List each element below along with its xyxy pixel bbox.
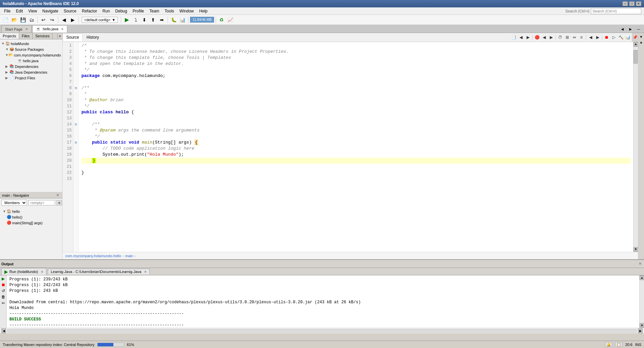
right-collapse-btn[interactable]: ▼ [639, 34, 644, 39]
output-scroll-right[interactable]: ▶ [638, 328, 643, 333]
prev-btn[interactable]: ◀ [587, 34, 594, 41]
output-scroll-up[interactable]: ▲ [640, 275, 644, 280]
output-clear-btn[interactable]: 🗑 [1, 294, 6, 300]
nav-tree-hello[interactable]: ▼ 🏠 hello [1, 208, 61, 214]
run-tab[interactable]: ▶ Run (holaMundo) ✕ [1, 268, 46, 275]
run-to-cursor-button[interactable]: ➡ [158, 16, 166, 24]
split-btn[interactable]: ⊞ [564, 34, 571, 41]
panel-tab-services[interactable]: Services [33, 33, 52, 39]
undo-button[interactable]: ↩ [39, 16, 47, 24]
output-run-btn[interactable]: ▶ [1, 276, 6, 281]
tree-item-hello-java[interactable]: ☕ hello.java [0, 58, 62, 64]
tab-start-page-close[interactable]: ✕ [25, 27, 28, 31]
fold-17[interactable]: ⊟ [73, 140, 78, 146]
tree-item-java-dependencies[interactable]: ▶ 📚 Java Dependencies [0, 69, 62, 75]
panel-tab-files[interactable]: Files [19, 33, 33, 39]
tasks-btn[interactable]: 📋 [615, 342, 622, 347]
tree-item-dependencies[interactable]: ▶ 📚 Dependencies [0, 64, 62, 69]
editor-pin-button[interactable]: 📌 [632, 33, 638, 42]
tree-item-package[interactable]: ▼ 📂 com.mycompany.holamundo [0, 52, 62, 58]
run-project-button[interactable]: ▶ [123, 16, 131, 24]
run-tab-close[interactable]: ✕ [41, 270, 43, 274]
memory-indicator[interactable]: 11.84/46 MB [190, 17, 214, 23]
toggle-history-btn[interactable]: ⏱ [557, 34, 564, 41]
fold-14[interactable]: ⊟ [73, 121, 78, 127]
scroll-down-btn[interactable]: ▼ [634, 247, 638, 252]
open-project-button[interactable]: 📂 [10, 16, 18, 24]
tab-hello-java[interactable]: ☕ hello.java ✕ [32, 25, 67, 33]
filter-button[interactable]: ≡ [57, 200, 62, 205]
step-over-button[interactable]: ⤵ [132, 16, 140, 24]
output-stop-btn[interactable]: ⏹ [1, 282, 6, 287]
output-close[interactable]: ✕ [638, 262, 643, 266]
stop-btn[interactable]: ⏹ [603, 34, 610, 41]
forward-button[interactable]: ▶ [69, 16, 77, 24]
more-btn[interactable]: ≡ [578, 34, 585, 41]
tree-item-holamundo[interactable]: ▼ 🏠 holaMundo [0, 41, 62, 46]
maximize-button[interactable]: □ [629, 1, 635, 6]
output-rerun-btn[interactable]: ↺ [1, 288, 6, 294]
debug-button[interactable]: 🐛 [170, 16, 178, 24]
scroll-track[interactable] [634, 47, 638, 247]
tree-item-project-files[interactable]: ▶ 📄 Project Files [0, 75, 62, 81]
scroll-thumb[interactable] [634, 50, 638, 64]
restore-window-button[interactable]: ◀ [618, 25, 627, 33]
next-btn[interactable]: ▶ [594, 34, 601, 41]
minimize-button[interactable]: ─ [622, 1, 628, 6]
menu-source[interactable]: Source [61, 8, 79, 14]
search-input[interactable] [591, 8, 641, 14]
menu-refactor[interactable]: Refactor [79, 8, 100, 14]
minimize-editor-button[interactable]: — [635, 25, 643, 33]
menu-edit[interactable]: Edit [13, 8, 26, 14]
save-all-button[interactable]: 🗂 [28, 16, 36, 24]
new-project-button[interactable]: 📄 [1, 16, 9, 24]
menu-team[interactable]: Team [147, 8, 162, 14]
maximize-editor-button[interactable]: ▶ [627, 25, 635, 33]
code-content[interactable]: /* * To change this license header, choo… [79, 42, 633, 252]
next-error-btn[interactable]: ▶ [548, 34, 554, 41]
save-button[interactable]: 💾 [19, 16, 27, 24]
prev-error-btn[interactable]: ◀ [541, 34, 547, 41]
menu-view[interactable]: View [26, 8, 40, 14]
tree-item-source-packages[interactable]: ▼ 📦 Source Packages [0, 46, 62, 52]
diff-btn[interactable]: ⇔ [571, 34, 578, 41]
output-scrollbar[interactable]: ▲ ▼ [639, 275, 644, 328]
nav-tree-constructor[interactable]: 🔵 hello() [1, 214, 61, 220]
config-dropdown[interactable]: <default config> ▼ [82, 17, 118, 23]
output-scroll-left[interactable]: ◀ [1, 328, 6, 333]
build-btn[interactable]: 🔨 [617, 34, 624, 41]
menu-help[interactable]: Help [196, 8, 210, 14]
toggle-bookmarks-btn[interactable]: 📑 [510, 34, 517, 41]
members-dropdown[interactable]: Members [1, 200, 27, 206]
step-out-button[interactable]: ⬆ [149, 16, 157, 24]
step-into-button[interactable]: ⬇ [140, 16, 148, 24]
tab-hello-java-close[interactable]: ✕ [61, 27, 64, 31]
menu-tools[interactable]: Tools [162, 8, 177, 14]
profile-snapshot-button[interactable]: 📈 [226, 16, 235, 24]
menu-debug[interactable]: Debug [113, 8, 130, 14]
fold-8[interactable]: ⊟ [73, 85, 78, 91]
menu-window[interactable]: Window [177, 8, 196, 14]
output-hscroll[interactable] [7, 329, 637, 333]
source-tab-source[interactable]: Source [63, 33, 83, 41]
editor-scrollbar[interactable]: ▲ ▼ [633, 42, 638, 252]
notifications-btn[interactable]: 🔔 [605, 342, 612, 347]
redo-button[interactable]: ↪ [48, 16, 56, 24]
close-button[interactable]: ✕ [636, 1, 641, 6]
gc-button[interactable]: ♻ [218, 16, 226, 24]
output-scroll-track[interactable] [640, 280, 644, 323]
navigator-close[interactable]: ✕ [55, 193, 60, 197]
menu-profile[interactable]: Profile [130, 8, 147, 14]
run-test-btn[interactable]: ▷ [610, 34, 617, 41]
scroll-up-btn[interactable]: ▲ [634, 42, 638, 47]
prev-bookmark-btn[interactable]: ◀ [517, 34, 524, 41]
profile-button[interactable]: 📊 [178, 16, 186, 24]
panel-collapse-button[interactable]: ≡ [57, 34, 62, 39]
nav-tree-main[interactable]: 🔴 main(String[] args) [1, 220, 61, 226]
chart-btn[interactable]: 📊 [624, 34, 631, 41]
back-button[interactable]: ◀ [60, 16, 68, 24]
breadcrumb-package[interactable]: com.mycompany.holamundo.hello [65, 254, 121, 258]
source-tab-history[interactable]: History [83, 33, 103, 41]
filter-input[interactable] [28, 200, 55, 205]
menu-file[interactable]: File [1, 8, 13, 14]
